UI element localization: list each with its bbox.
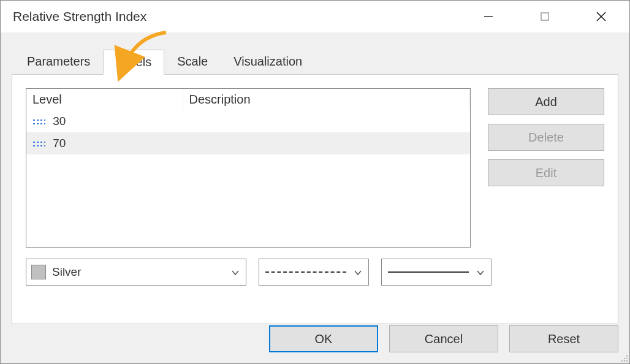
cancel-button[interactable]: Cancel [389,325,498,352]
tab-panel-levels: Level Description 30 [12,74,618,324]
line-style-combo[interactable] [259,259,369,286]
line-width-combo[interactable] [381,259,491,286]
cell-description [183,132,470,154]
table-row[interactable]: 70 [26,132,470,154]
dialog-window: Relative Strength Index Parameters [0,0,630,364]
tab-bar: Parameters Levels Scale Visualization [14,49,618,74]
color-name: Silver [52,265,82,279]
level-line-icon [32,137,46,150]
dash-preview-icon [265,271,346,273]
tab-scale[interactable]: Scale [164,49,221,74]
line-preview-icon [388,271,469,273]
svg-point-12 [621,360,623,362]
delete-button[interactable]: Delete [488,124,604,151]
svg-point-14 [626,360,628,362]
tab-parameters[interactable]: Parameters [14,49,103,74]
add-button[interactable]: Add [488,88,604,115]
cell-description [183,110,470,132]
window-controls [460,1,629,32]
dialog-title: Relative Strength Index [13,9,146,24]
svg-point-9 [626,355,628,357]
color-combo[interactable]: Silver [26,259,246,286]
col-header-level[interactable]: Level [26,89,183,110]
resize-grip-icon[interactable] [619,353,629,363]
level-line-icon [32,115,46,128]
minimize-icon [483,11,494,22]
close-button[interactable] [573,1,629,32]
chevron-down-icon [231,265,240,279]
svg-point-10 [624,358,625,359]
maximize-icon [540,12,550,21]
titlebar: Relative Strength Index [1,1,629,32]
chevron-down-icon [476,265,485,279]
dialog-body: Parameters Levels Scale Visualization Le… [1,32,629,363]
style-row: Silver [26,259,604,286]
col-header-description[interactable]: Description [183,89,470,110]
side-buttons: Add Delete Edit [488,88,604,248]
tab-visualization[interactable]: Visualization [221,49,315,74]
ok-button[interactable]: OK [269,325,378,352]
cell-level: 70 [53,137,66,150]
color-swatch [31,265,46,279]
svg-point-11 [626,358,628,359]
tab-levels[interactable]: Levels [103,50,164,75]
edit-button[interactable]: Edit [488,159,604,186]
reset-button[interactable]: Reset [509,325,618,352]
maximize-button[interactable] [517,1,573,32]
dialog-footer: OK Cancel Reset [12,324,618,352]
levels-table[interactable]: Level Description 30 [26,88,471,248]
minimize-button[interactable] [460,1,517,32]
close-icon [596,11,607,22]
svg-point-13 [624,360,625,362]
panel-top: Level Description 30 [26,88,604,248]
chevron-down-icon [354,265,362,279]
table-row[interactable]: 30 [26,110,470,132]
svg-rect-1 [541,13,548,20]
cell-level: 30 [53,115,66,127]
